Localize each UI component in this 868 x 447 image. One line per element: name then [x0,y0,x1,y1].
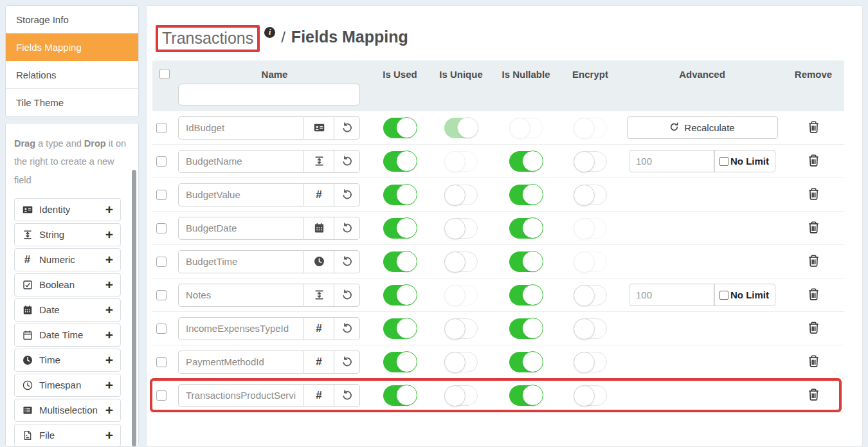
encrypt-toggle[interactable] [574,285,607,306]
sidebar-item-storage-info[interactable]: Storage Info [6,6,138,33]
is-used-toggle[interactable] [383,318,417,339]
no-limit-checkbox[interactable]: No Limit [714,284,775,306]
plus-icon[interactable]: + [105,428,113,442]
is-unique-toggle[interactable] [444,185,478,205]
undo-icon[interactable] [334,284,360,307]
is-used-toggle[interactable] [383,118,417,138]
is-nullable-toggle[interactable] [509,318,543,339]
type-item-string[interactable]: String + [14,223,121,246]
row-checkbox[interactable] [156,324,167,334]
is-unique-toggle[interactable] [444,151,478,172]
is-nullable-toggle[interactable] [509,218,543,239]
trash-icon[interactable] [807,220,820,237]
name-filter-input[interactable] [178,84,360,105]
is-nullable-toggle[interactable] [509,352,543,372]
max-length-input[interactable] [629,284,714,306]
no-limit-checkbox[interactable]: No Limit [714,150,775,172]
no-limit-checkbox-input[interactable] [719,157,728,166]
encrypt-toggle[interactable] [574,251,607,272]
is-used-toggle[interactable] [383,285,417,306]
trash-icon[interactable] [807,187,820,203]
is-used-toggle[interactable] [383,151,417,172]
plus-icon[interactable]: + [105,403,113,417]
encrypt-toggle[interactable] [574,151,607,172]
plus-icon[interactable]: + [105,353,113,367]
types-scrollbar-thumb[interactable] [132,170,136,446]
row-checkbox[interactable] [156,257,167,267]
trash-icon[interactable] [807,354,820,370]
type-item-date-time[interactable]: Date Time + [14,324,121,347]
type-item-timespan[interactable]: Timespan + [14,374,121,397]
type-item-numeric[interactable]: # Numeric + [14,248,121,271]
type-item-multiselection[interactable]: Multiselection + [14,399,121,422]
encrypt-toggle[interactable] [574,218,607,239]
field-name-input[interactable] [178,183,304,206]
plus-icon[interactable]: + [105,228,113,241]
type-item-boolean[interactable]: Boolean + [14,273,121,296]
undo-icon[interactable] [334,183,360,206]
sidebar-item-relations[interactable]: Relations [6,61,138,89]
is-nullable-toggle[interactable] [509,385,543,406]
is-used-toggle[interactable] [383,385,417,406]
plus-icon[interactable]: + [105,203,113,216]
type-item-date[interactable]: Date + [14,298,121,322]
is-unique-toggle[interactable] [444,285,478,306]
undo-icon[interactable] [334,351,360,374]
is-unique-toggle[interactable] [444,118,478,138]
trash-icon[interactable] [807,120,820,136]
is-nullable-toggle[interactable] [509,151,543,172]
type-item-time[interactable]: Time + [14,349,121,372]
trash-icon[interactable] [807,253,820,270]
recalculate-button[interactable]: Recalculate [627,116,778,139]
row-checkbox[interactable] [156,223,167,233]
undo-icon[interactable] [334,116,360,140]
encrypt-toggle[interactable] [574,185,607,205]
plus-icon[interactable]: + [105,253,113,266]
row-checkbox[interactable] [156,390,167,401]
select-all-checkbox[interactable] [159,69,170,79]
is-unique-toggle[interactable] [444,385,478,406]
field-name-input[interactable] [178,116,304,140]
info-icon[interactable]: i [264,27,275,38]
undo-icon[interactable] [334,317,360,340]
undo-icon[interactable] [334,384,360,407]
plus-icon[interactable]: + [105,303,113,316]
row-checkbox[interactable] [156,357,167,367]
plus-icon[interactable]: + [105,378,113,392]
is-nullable-toggle[interactable] [509,251,543,272]
plus-icon[interactable]: + [105,278,113,291]
undo-icon[interactable] [334,150,360,173]
is-nullable-toggle[interactable] [509,285,543,306]
trash-icon[interactable] [807,287,820,304]
encrypt-toggle[interactable] [574,118,607,138]
trash-icon[interactable] [807,387,820,404]
encrypt-toggle[interactable] [574,385,607,406]
is-used-toggle[interactable] [383,352,417,372]
is-unique-toggle[interactable] [444,318,478,339]
undo-icon[interactable] [334,217,360,240]
row-checkbox[interactable] [156,156,167,167]
is-unique-toggle[interactable] [444,352,478,372]
sidebar-item-tile-theme[interactable]: Tile Theme [6,89,138,116]
is-used-toggle[interactable] [383,251,417,272]
trash-icon[interactable] [807,153,820,170]
is-nullable-toggle[interactable] [509,118,543,138]
field-name-input[interactable] [178,384,304,407]
encrypt-toggle[interactable] [574,352,607,372]
field-name-input[interactable] [178,284,304,307]
plus-icon[interactable]: + [105,328,113,342]
type-item-file[interactable]: File + [14,424,121,447]
trash-icon[interactable] [807,320,820,337]
type-item-identity[interactable]: Identity + [14,198,121,221]
row-checkbox[interactable] [156,190,167,200]
is-nullable-toggle[interactable] [509,185,543,205]
is-unique-toggle[interactable] [444,218,478,239]
no-limit-checkbox-input[interactable] [719,291,728,300]
field-name-input[interactable] [178,150,304,173]
field-name-input[interactable] [178,250,304,273]
is-used-toggle[interactable] [383,218,417,239]
entity-name[interactable]: Transactions [162,29,253,47]
undo-icon[interactable] [334,250,360,273]
is-used-toggle[interactable] [383,185,417,205]
row-checkbox[interactable] [156,290,167,300]
